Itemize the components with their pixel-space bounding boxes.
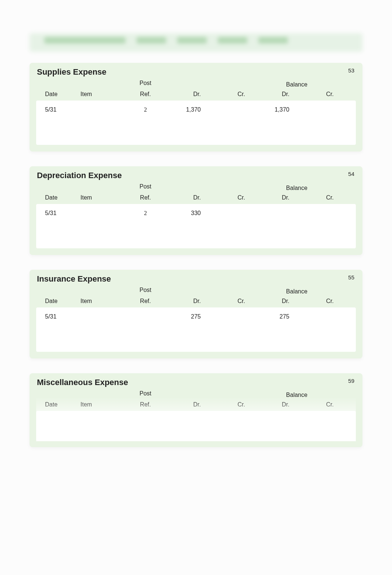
cell-date xyxy=(38,416,79,418)
cell-balance-dr xyxy=(252,225,297,226)
col-balance-dr: Dr. xyxy=(252,90,297,98)
cell-postref xyxy=(127,328,164,330)
col-item: Item xyxy=(79,297,127,305)
cell-date: 5/31 xyxy=(38,209,79,217)
cell-cr xyxy=(208,425,252,426)
ledger-account: Supplies Expense53PostBalanceDateItemRef… xyxy=(30,63,362,152)
cell-postref xyxy=(127,225,164,226)
col-postref: Ref. xyxy=(127,401,164,409)
ledger-header-group: PostBalance xyxy=(36,78,356,90)
col-item: Item xyxy=(79,194,127,202)
cell-balance-dr: 1,370 xyxy=(252,106,297,114)
cell-cr xyxy=(208,209,252,217)
ledger-row xyxy=(36,118,356,126)
cell-item xyxy=(79,416,127,418)
cell-item xyxy=(79,425,127,426)
ledger-row xyxy=(36,324,356,333)
col-cr: Cr. xyxy=(208,297,252,305)
col-date: Date xyxy=(38,297,79,305)
cell-dr: 1,370 xyxy=(164,106,208,114)
cell-item xyxy=(79,225,127,226)
col-cr: Cr. xyxy=(208,90,252,98)
col-balance-group: Balance xyxy=(252,391,341,399)
cell-item xyxy=(79,121,127,123)
col-date: Date xyxy=(38,194,79,202)
ledger-title: Miscellaneous Expense xyxy=(36,375,356,388)
col-item: Item xyxy=(79,90,127,98)
col-balance-cr: Cr. xyxy=(297,297,341,305)
col-postref-top: Post xyxy=(127,183,164,191)
col-balance-dr: Dr. xyxy=(252,194,297,202)
cell-item xyxy=(79,328,127,330)
col-postref-top: Post xyxy=(127,286,164,294)
col-balance-cr: Cr. xyxy=(297,194,341,202)
cell-cr xyxy=(208,328,252,330)
cell-cr xyxy=(208,225,252,226)
ledger-row xyxy=(36,421,356,430)
account-number: 54 xyxy=(348,171,354,177)
cell-balance-dr xyxy=(252,328,297,330)
cell-date xyxy=(38,425,79,426)
ledger-rows xyxy=(36,411,356,440)
ledger-rows: 5/31275275 xyxy=(36,307,356,352)
ledger-row xyxy=(36,412,356,421)
col-postref-top: Post xyxy=(127,79,164,87)
cell-balance-dr xyxy=(252,416,297,418)
col-postref: Ref. xyxy=(127,90,164,98)
cell-postref xyxy=(127,416,164,418)
col-cr: Cr. xyxy=(208,401,252,409)
cell-dr xyxy=(164,416,208,418)
cell-balance-dr: 275 xyxy=(252,313,297,321)
ledger-title: Supplies Expense xyxy=(36,65,356,78)
cell-dr xyxy=(164,425,208,426)
col-dr: Dr. xyxy=(164,194,208,202)
col-item: Item xyxy=(79,401,127,409)
col-balance-dr: Dr. xyxy=(252,401,297,409)
ledger-title: Insurance Expense xyxy=(36,272,356,285)
ledger-account: Insurance Expense55PostBalanceDateItemRe… xyxy=(30,270,362,358)
col-dr: Dr. xyxy=(164,401,208,409)
cell-cr xyxy=(208,313,252,321)
account-number: 55 xyxy=(348,274,354,280)
cell-postref xyxy=(127,313,164,321)
ledger-rows: 5/312330 xyxy=(36,204,356,248)
ledger-row: 5/312330 xyxy=(36,205,356,221)
cell-balance-dr xyxy=(252,209,297,217)
ledger-title: Depreciation Expense xyxy=(36,169,356,181)
account-number: 59 xyxy=(348,378,354,384)
cell-cr xyxy=(208,416,252,418)
ledger-header: DateItemRef.Dr.Cr.Dr.Cr. xyxy=(36,297,356,307)
cell-dr xyxy=(164,121,208,123)
cell-balance-dr xyxy=(252,121,297,123)
ledger-header: DateItemRef.Dr.Cr.Dr.Cr. xyxy=(36,194,356,204)
cell-item xyxy=(79,106,127,114)
cell-postref: 2 xyxy=(127,209,164,217)
ledger-header: DateItemRef.Dr.Cr.Dr.Cr. xyxy=(36,401,356,411)
cell-date: 5/31 xyxy=(38,106,79,114)
ledger-header-group: PostBalance xyxy=(36,388,356,401)
col-balance-dr: Dr. xyxy=(252,297,297,305)
col-postref: Ref. xyxy=(127,297,164,305)
ledger-row: 5/31275275 xyxy=(36,309,356,324)
cell-date xyxy=(38,121,79,123)
cell-balance-dr xyxy=(252,425,297,426)
col-dr: Dr. xyxy=(164,90,208,98)
account-number: 53 xyxy=(348,67,354,74)
cell-balance-cr xyxy=(297,416,341,418)
cell-cr xyxy=(208,106,252,114)
cell-dr xyxy=(164,225,208,226)
cell-balance-cr xyxy=(297,425,341,426)
col-date: Date xyxy=(38,90,79,98)
col-cr: Cr. xyxy=(208,194,252,202)
cell-postref xyxy=(127,425,164,426)
cell-postref: 2 xyxy=(127,106,164,114)
cell-balance-cr xyxy=(297,328,341,330)
cell-date: 5/31 xyxy=(38,313,79,321)
cell-dr: 330 xyxy=(164,209,208,217)
col-balance-group: Balance xyxy=(252,81,341,89)
top-blurred-bar xyxy=(30,33,362,52)
cell-balance-cr xyxy=(297,121,341,123)
cell-item xyxy=(79,313,127,321)
col-balance-cr: Cr. xyxy=(297,401,341,409)
ledger-account: Miscellaneous Expense59PostBalanceDateIt… xyxy=(30,373,362,447)
